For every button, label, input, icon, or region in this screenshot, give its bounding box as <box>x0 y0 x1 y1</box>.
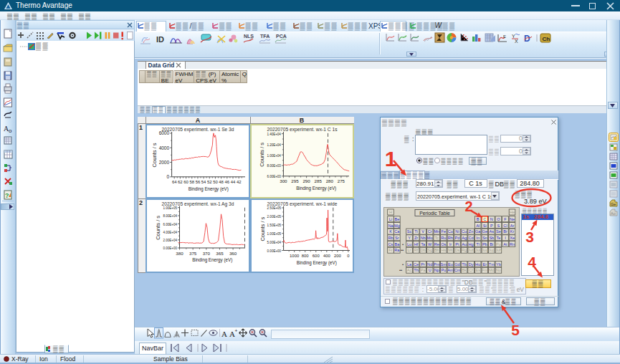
svg-text:5: 5 <box>511 322 520 338</box>
svg-text:1: 1 <box>385 147 397 171</box>
svg-text:3: 3 <box>525 229 534 245</box>
